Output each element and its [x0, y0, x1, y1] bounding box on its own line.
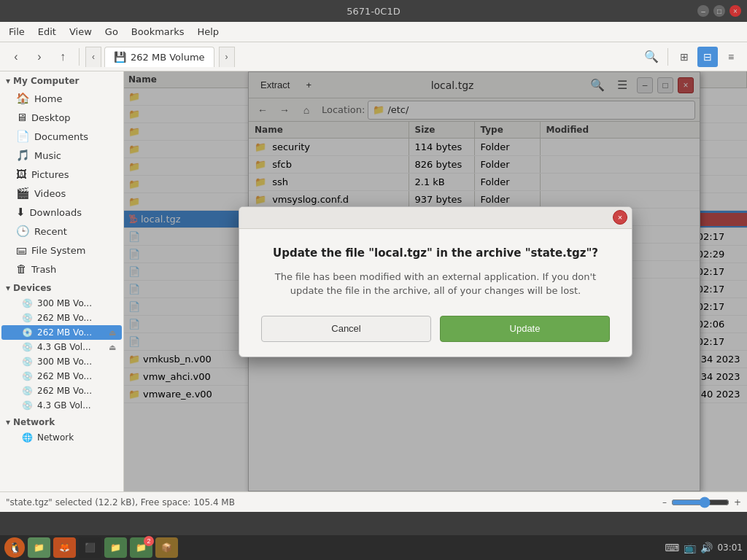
trash-icon: 🗑	[16, 262, 27, 276]
sidebar-item-network[interactable]: 🌐 Network	[1, 430, 122, 445]
sidebar-item-device-5[interactable]: 💿 262 MB Vo...	[1, 369, 122, 384]
home-label: Home	[34, 93, 62, 104]
dialog-close-button[interactable]: ×	[613, 210, 627, 225]
sidebar-item-device-3[interactable]: 💿 4.3 GB Vol... ⏏	[1, 340, 122, 354]
taskbar-files-icon: 📁	[34, 542, 44, 553]
sidebar-section-devices[interactable]: ▾ Devices	[0, 279, 123, 296]
devices-label: Devices	[13, 283, 51, 293]
zoom-slider[interactable]	[671, 497, 729, 508]
tab-volume-label: 262 MB Volume	[131, 52, 205, 63]
sidebar-item-desktop[interactable]: 🖥 Desktop	[1, 108, 122, 127]
display-tray-icon[interactable]: 📺	[684, 542, 696, 553]
eject-button-3[interactable]: ⏏	[109, 343, 116, 352]
taskbar-archive-icon: 📦	[161, 542, 172, 553]
sidebar-item-recent[interactable]: 🕒 Recent	[1, 222, 122, 241]
sidebar-item-device-0[interactable]: 💿 300 MB Vo...	[1, 296, 122, 311]
device-2-label: 262 MB Vo...	[37, 327, 92, 338]
sidebar-item-trash[interactable]: 🗑 Trash	[1, 260, 122, 279]
maximize-button[interactable]: □	[713, 5, 725, 17]
taskbar-time: 03:01	[717, 542, 743, 553]
pictures-icon: 🖼	[16, 168, 27, 181]
taskbar-files3-button[interactable]: 📁 2	[130, 537, 152, 558]
device-5-icon: 💿	[22, 371, 33, 381]
sidebar-section-my-computer[interactable]: ▾ My Computer	[0, 71, 123, 89]
minimize-button[interactable]: –	[697, 5, 709, 17]
tab-nav-right[interactable]: ›	[219, 47, 235, 67]
up-button[interactable]: ↑	[53, 47, 73, 67]
toolbar: ‹ › ↑ ‹ 💾 262 MB Volume › 🔍 ⊞ ⊟ ≡	[0, 42, 747, 71]
device-7-icon: 💿	[22, 400, 33, 411]
menu-bookmarks[interactable]: Bookmarks	[125, 24, 190, 39]
device-6-icon: 💿	[22, 386, 33, 396]
sidebar-item-device-4[interactable]: 💿 300 MB Vo...	[1, 354, 122, 369]
downloads-label: Downloads	[30, 207, 82, 218]
documents-label: Documents	[34, 131, 88, 142]
network-sub-icon: 🌐	[22, 432, 33, 443]
view-list-button[interactable]: ≡	[721, 47, 741, 67]
taskbar-terminal-icon: ⬛	[85, 542, 96, 553]
title-bar: 5671-0C1D – □ ×	[0, 0, 747, 22]
taskbar: 🐧 📁 🦊 ⬛ 📁 📁 2 📦 ⌨ 📺 🔊 03:01	[0, 535, 747, 560]
forward-button[interactable]: ›	[29, 47, 50, 67]
content-area: Name Size Date 📁 3:30 2023 📁 3:32 2023 📁	[124, 71, 747, 491]
sidebar-section-network[interactable]: ▾ Network	[0, 413, 123, 430]
sidebar-item-home[interactable]: 🏠 Home	[1, 89, 122, 108]
taskbar-files2-icon: 📁	[110, 542, 121, 553]
tab-volume[interactable]: 💾 262 MB Volume	[104, 47, 214, 67]
status-text: "state.tgz" selected (12.2 kB), Free spa…	[6, 497, 235, 508]
modal-overlay: × Update the file "local.tgz" in the arc…	[124, 71, 747, 491]
search-toggle[interactable]: 🔍	[641, 47, 662, 67]
sidebar-item-downloads[interactable]: ⬇ Downloads	[1, 203, 122, 222]
toolbar-separator	[79, 48, 80, 66]
update-dialog: × Update the file "local.tgz" in the arc…	[239, 206, 632, 357]
menu-view[interactable]: View	[63, 24, 98, 39]
dialog-body-text: The file has been modified with an exter…	[261, 270, 610, 298]
taskbar-terminal-button[interactable]: ⬛	[79, 537, 101, 558]
sidebar-item-filesystem[interactable]: 🖴 File System	[1, 241, 122, 260]
sidebar-item-pictures[interactable]: 🖼 Pictures	[1, 165, 122, 184]
sidebar-item-device-6[interactable]: 💿 262 MB Vo...	[1, 384, 122, 398]
device-5-label: 262 MB Vo...	[37, 371, 92, 381]
pictures-label: Pictures	[31, 169, 69, 180]
taskbar-firefox-button[interactable]: 🦊	[53, 537, 76, 558]
sidebar-item-music[interactable]: 🎵 Music	[1, 146, 122, 165]
zoom-in-label: +	[734, 497, 741, 508]
close-button[interactable]: ×	[729, 5, 741, 17]
sidebar-item-documents[interactable]: 📄 Documents	[1, 127, 122, 146]
zoom-out-label: –	[662, 497, 667, 508]
device-0-icon: 💿	[22, 298, 33, 308]
sidebar-item-device-7[interactable]: 💿 4.3 GB Vol...	[1, 398, 122, 413]
taskbar-archive-button[interactable]: 📦	[155, 537, 178, 558]
menu-help[interactable]: Help	[191, 24, 225, 39]
taskbar-files2-button[interactable]: 📁	[104, 537, 127, 558]
cancel-button[interactable]: Cancel	[261, 316, 431, 342]
menu-edit[interactable]: Edit	[32, 24, 62, 39]
network-label: Network	[13, 417, 55, 427]
videos-label: Videos	[34, 188, 66, 199]
sidebar-item-device-1[interactable]: 💿 262 MB Vo...	[1, 311, 122, 325]
filesystem-label: File System	[31, 245, 85, 256]
network-sub-label: Network	[37, 432, 74, 443]
dialog-heading: Update the file "local.tgz" in the archi…	[261, 246, 610, 260]
menu-file[interactable]: File	[3, 24, 31, 39]
device-2-icon: 💿	[22, 327, 33, 338]
view-grid-button[interactable]: ⊟	[697, 47, 718, 67]
view-split-button[interactable]: ⊞	[674, 47, 694, 67]
device-1-label: 262 MB Vo...	[37, 313, 92, 323]
taskbar-files-button[interactable]: 📁	[28, 537, 50, 558]
back-button[interactable]: ‹	[6, 47, 26, 67]
menu-go[interactable]: Go	[99, 24, 124, 39]
tab-nav-left[interactable]: ‹	[85, 47, 101, 67]
eject-button-2[interactable]: ⏏	[109, 328, 116, 338]
device-3-icon: 💿	[22, 342, 33, 352]
toolbar-separator-2	[667, 48, 668, 66]
update-button[interactable]: Update	[440, 316, 610, 342]
device-7-label: 4.3 GB Vol...	[37, 400, 91, 411]
recent-label: Recent	[34, 226, 67, 237]
window-controls: – □ ×	[697, 5, 741, 17]
sidebar-item-videos[interactable]: 🎬 Videos	[1, 184, 122, 203]
keyboard-tray-icon[interactable]: ⌨	[665, 542, 679, 553]
sidebar-item-device-2[interactable]: 💿 262 MB Vo... ⏏	[1, 325, 122, 340]
volume-tray-icon[interactable]: 🔊	[700, 542, 713, 553]
taskbar-system-button[interactable]: 🐧	[4, 537, 25, 558]
